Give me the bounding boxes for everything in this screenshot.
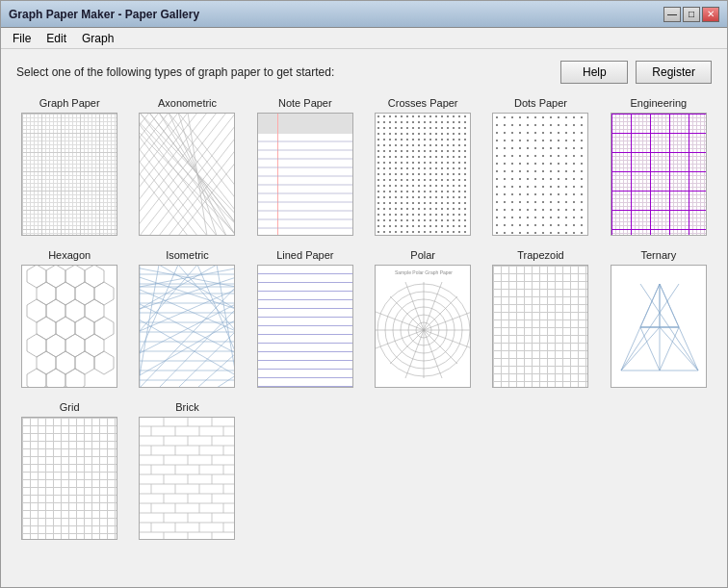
paper-item-axonometric[interactable]: Axonometric bbox=[134, 97, 240, 236]
menu-file[interactable]: File bbox=[5, 30, 39, 47]
help-button[interactable]: Help bbox=[560, 61, 628, 84]
paper-grid-row1: Graph Paper Axonometric bbox=[16, 97, 712, 236]
paper-item-isometric[interactable]: Isometric bbox=[134, 249, 240, 388]
paper-item-ternary[interactable]: Ternary bbox=[606, 249, 712, 388]
main-window: Graph Paper Maker - Paper Gallery — □ ✕ … bbox=[0, 0, 728, 588]
paper-item-polar[interactable]: Polar Sample Polar Graph Paper bbox=[370, 249, 476, 388]
paper-label-hexagon: Hexagon bbox=[48, 249, 91, 261]
pattern-grid bbox=[22, 418, 117, 539]
paper-label-engineering: Engineering bbox=[630, 97, 687, 109]
paper-thumb-trapezoid[interactable] bbox=[492, 265, 588, 388]
paper-item-graph-paper[interactable]: Graph Paper bbox=[16, 97, 122, 236]
paper-item-grid[interactable]: Grid bbox=[16, 401, 122, 540]
paper-item-note-paper[interactable]: Note Paper bbox=[252, 97, 358, 236]
paper-thumb-polar[interactable]: Sample Polar Graph Paper bbox=[375, 265, 471, 388]
title-bar: Graph Paper Maker - Paper Gallery — □ ✕ bbox=[1, 1, 727, 28]
menu-edit[interactable]: Edit bbox=[39, 30, 74, 47]
paper-thumb-graph-paper[interactable] bbox=[21, 113, 117, 236]
paper-label-graph-paper: Graph Paper bbox=[39, 97, 100, 109]
pattern-engineering bbox=[611, 114, 706, 235]
pattern-axonometric-svg bbox=[140, 113, 234, 236]
paper-item-crosses-paper[interactable]: Crosses Paper bbox=[370, 97, 476, 236]
paper-label-lined-paper: Lined Paper bbox=[276, 249, 333, 261]
maximize-button[interactable]: □ bbox=[683, 7, 700, 22]
paper-thumb-ternary[interactable] bbox=[611, 265, 707, 388]
svg-rect-123 bbox=[376, 265, 470, 388]
paper-thumb-grid[interactable] bbox=[21, 417, 117, 540]
close-button[interactable]: ✕ bbox=[702, 7, 719, 22]
pattern-note-svg bbox=[258, 113, 352, 236]
pattern-ternary-svg bbox=[611, 265, 706, 388]
minimize-button[interactable]: — bbox=[663, 7, 681, 22]
window-title: Graph Paper Maker - Paper Gallery bbox=[9, 8, 199, 21]
paper-label-ternary: Ternary bbox=[640, 249, 676, 261]
paper-thumb-note-paper[interactable] bbox=[257, 113, 353, 236]
paper-label-axonometric: Axonometric bbox=[158, 97, 217, 109]
paper-thumb-hexagon[interactable] bbox=[21, 265, 117, 388]
paper-label-grid: Grid bbox=[60, 401, 80, 413]
paper-item-dots-paper[interactable]: Dots Paper bbox=[487, 97, 593, 236]
top-bar: Select one of the following types of gra… bbox=[16, 61, 712, 84]
paper-item-lined-paper[interactable]: Lined Paper bbox=[252, 249, 358, 388]
top-buttons: Help Register bbox=[560, 61, 712, 84]
pattern-isometric-svg bbox=[140, 265, 234, 388]
svg-rect-39 bbox=[258, 113, 352, 134]
paper-item-hexagon[interactable]: Hexagon bbox=[16, 249, 122, 388]
paper-thumb-lined-paper[interactable] bbox=[257, 265, 353, 388]
window-controls: — □ ✕ bbox=[663, 7, 719, 22]
pattern-polar-svg: Sample Polar Graph Paper bbox=[376, 265, 470, 388]
paper-thumb-axonometric[interactable] bbox=[139, 113, 235, 236]
pattern-trapezoid bbox=[493, 266, 587, 387]
paper-item-brick[interactable]: Brick bbox=[134, 401, 240, 540]
pattern-dots bbox=[493, 114, 587, 235]
paper-thumb-brick[interactable] bbox=[139, 417, 235, 540]
paper-label-note-paper: Note Paper bbox=[278, 97, 332, 109]
content-area: Select one of the following types of gra… bbox=[1, 49, 727, 587]
paper-label-dots-paper: Dots Paper bbox=[514, 97, 567, 109]
paper-grid-row2: Hexagon bbox=[16, 249, 712, 388]
svg-rect-40 bbox=[277, 113, 278, 236]
paper-label-polar: Polar bbox=[410, 249, 435, 261]
paper-item-engineering[interactable]: Engineering bbox=[606, 97, 712, 236]
paper-label-brick: Brick bbox=[175, 401, 198, 413]
pattern-brick-svg bbox=[140, 417, 234, 540]
paper-thumb-engineering[interactable] bbox=[611, 113, 707, 236]
instruction-text: Select one of the following types of gra… bbox=[16, 65, 334, 79]
pattern-lined bbox=[258, 266, 352, 387]
pattern-crosses bbox=[376, 114, 470, 235]
pattern-hexagon-svg bbox=[22, 265, 117, 388]
paper-thumb-isometric[interactable] bbox=[139, 265, 235, 388]
pattern-graph bbox=[22, 114, 117, 235]
paper-label-isometric: Isometric bbox=[166, 249, 209, 261]
paper-item-trapezoid[interactable]: Trapezoid bbox=[487, 249, 593, 388]
svg-rect-150 bbox=[140, 417, 234, 540]
paper-thumb-dots-paper[interactable] bbox=[492, 113, 588, 236]
paper-label-crosses-paper: Crosses Paper bbox=[388, 97, 458, 109]
menu-graph[interactable]: Graph bbox=[74, 30, 121, 47]
paper-thumb-crosses-paper[interactable] bbox=[375, 113, 471, 236]
register-button[interactable]: Register bbox=[636, 61, 712, 84]
svg-text:Sample Polar Graph Paper: Sample Polar Graph Paper bbox=[395, 269, 453, 275]
paper-grid-row3: Grid Brick bbox=[16, 401, 712, 540]
paper-label-trapezoid: Trapezoid bbox=[517, 249, 564, 261]
menu-bar: File Edit Graph bbox=[1, 28, 727, 49]
svg-rect-139 bbox=[611, 265, 706, 388]
